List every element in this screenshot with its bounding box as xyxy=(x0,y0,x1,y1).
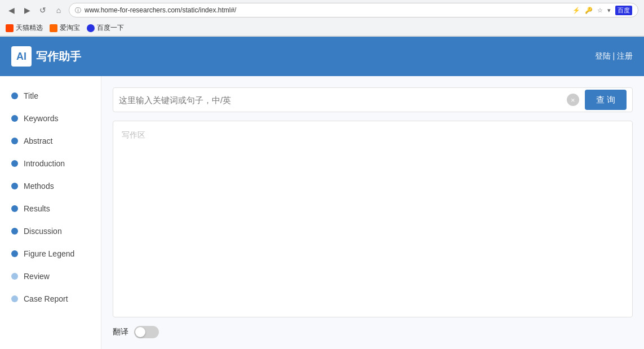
sidebar-label-discussion: Discussion xyxy=(24,227,62,236)
sidebar-label-figure-legend: Figure Legend xyxy=(24,249,74,258)
sidebar-item-discussion[interactable]: Discussion xyxy=(0,220,101,242)
app-header: AI 写作助手 登陆 | 注册 xyxy=(0,37,644,76)
separator: | xyxy=(611,51,617,60)
sidebar-label-abstract: Abstract xyxy=(24,136,52,145)
sidebar-label-keywords: Keywords xyxy=(24,114,58,123)
sidebar-item-review[interactable]: Review xyxy=(0,265,101,288)
sidebar-label-introduction: Introduction xyxy=(24,159,65,168)
search-input[interactable] xyxy=(119,95,561,105)
nav-home-button[interactable]: ⌂ xyxy=(53,5,64,16)
sidebar-dot-abstract xyxy=(11,138,18,144)
bookmark-tmall[interactable]: 天猫精选 xyxy=(6,23,43,33)
header-auth[interactable]: 登陆 | 注册 xyxy=(595,51,633,61)
sidebar-item-case-report[interactable]: Case Report xyxy=(0,288,101,310)
browser-chrome: ◀ ▶ ↺ ⌂ ⓘ www.home-for-researchers.com/s… xyxy=(0,0,644,37)
lightning-icon: ⚡ xyxy=(572,7,580,14)
address-right-icons: ⚡ 🔑 ☆ ▾ 百度 xyxy=(572,6,632,15)
bookmark-taobao-label: 爱淘宝 xyxy=(60,23,80,33)
sidebar-dot-title xyxy=(11,92,18,99)
sidebar: Title Keywords Abstract Introduction Met… xyxy=(0,76,101,349)
sidebar-dot-review xyxy=(11,273,18,280)
sidebar-item-abstract[interactable]: Abstract xyxy=(0,130,101,152)
bookmark-taobao[interactable]: 爱淘宝 xyxy=(50,23,80,33)
register-link[interactable]: 注册 xyxy=(617,51,633,60)
sidebar-dot-results xyxy=(11,205,18,212)
address-url: www.home-for-researchers.com/static/inde… xyxy=(85,6,569,14)
main-layout: Title Keywords Abstract Introduction Met… xyxy=(0,76,644,349)
search-button[interactable]: 查 询 xyxy=(585,90,627,110)
sidebar-dot-keywords xyxy=(11,115,18,122)
sidebar-dot-discussion xyxy=(11,228,18,235)
search-bar: × 查 询 xyxy=(113,87,633,112)
app-name: 写作助手 xyxy=(36,49,81,64)
sidebar-item-methods[interactable]: Methods xyxy=(0,175,101,197)
star-icon[interactable]: ☆ xyxy=(597,7,603,14)
key-icon: 🔑 xyxy=(585,7,593,14)
bookmark-baidu[interactable]: 百度一下 xyxy=(87,23,124,33)
lock-icon: ⓘ xyxy=(75,6,81,15)
sidebar-dot-figure-legend xyxy=(11,250,18,257)
writing-area[interactable]: 写作区 xyxy=(113,121,633,317)
sidebar-item-introduction[interactable]: Introduction xyxy=(0,152,101,175)
sidebar-label-results: Results xyxy=(24,204,50,213)
toggle-knob xyxy=(135,327,145,337)
sidebar-label-review: Review xyxy=(24,272,50,281)
baidu-paw-icon xyxy=(87,24,95,32)
translation-toggle[interactable] xyxy=(134,326,159,338)
sidebar-item-results[interactable]: Results xyxy=(0,197,101,220)
nav-refresh-button[interactable]: ↺ xyxy=(37,5,48,16)
sidebar-item-keywords[interactable]: Keywords xyxy=(0,107,101,130)
baidu-icon: 百度 xyxy=(615,6,632,15)
bookmark-baidu-label: 百度一下 xyxy=(97,23,124,33)
translation-row: 翻译 xyxy=(113,326,633,338)
sidebar-dot-case-report xyxy=(11,295,18,302)
tmall-icon xyxy=(6,24,14,32)
sidebar-item-figure-legend[interactable]: Figure Legend xyxy=(0,242,101,265)
content-area: × 查 询 写作区 翻译 xyxy=(101,76,644,349)
nav-forward-button[interactable]: ▶ xyxy=(21,5,33,16)
logo-box: AI xyxy=(11,46,32,67)
sidebar-dot-introduction xyxy=(11,160,18,167)
app-logo: AI 写作助手 xyxy=(11,46,81,67)
sidebar-label-case-report: Case Report xyxy=(24,294,68,303)
sidebar-item-title[interactable]: Title xyxy=(0,85,101,107)
sidebar-label-methods: Methods xyxy=(24,182,54,191)
browser-nav-bar: ◀ ▶ ↺ ⌂ ⓘ www.home-for-researchers.com/s… xyxy=(0,0,644,20)
taobao-icon xyxy=(50,24,57,32)
sidebar-label-title: Title xyxy=(24,91,38,100)
writing-placeholder: 写作区 xyxy=(122,130,145,139)
sidebar-dot-methods xyxy=(11,183,18,189)
search-clear-button[interactable]: × xyxy=(567,94,579,106)
bookmark-tmall-label: 天猫精选 xyxy=(16,23,43,33)
chevron-down-icon[interactable]: ▾ xyxy=(607,7,611,14)
nav-back-button[interactable]: ◀ xyxy=(6,5,17,16)
address-bar[interactable]: ⓘ www.home-for-researchers.com/static/in… xyxy=(69,3,638,17)
translation-label: 翻译 xyxy=(113,327,128,337)
bookmarks-bar: 天猫精选 爱淘宝 百度一下 xyxy=(0,20,644,36)
login-link[interactable]: 登陆 xyxy=(595,51,611,60)
